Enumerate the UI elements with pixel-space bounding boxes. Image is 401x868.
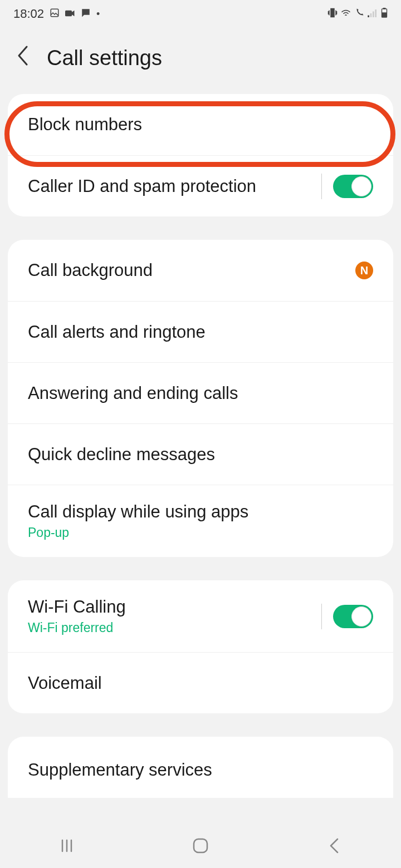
home-button[interactable] xyxy=(189,835,212,857)
row-title: Supplementary services xyxy=(28,760,212,780)
wifi-calling-row[interactable]: Wi-Fi Calling Wi-Fi preferred xyxy=(8,580,393,652)
video-icon xyxy=(65,8,75,20)
status-left: 18:02 • xyxy=(13,7,100,21)
page-title: Call settings xyxy=(47,46,162,70)
row-title: Call alerts and ringtone xyxy=(28,322,206,342)
row-title: Voicemail xyxy=(28,673,102,693)
svg-rect-4 xyxy=(373,11,374,17)
row-title: Answering and ending calls xyxy=(28,383,238,403)
row-title: Call background xyxy=(28,260,153,280)
status-right xyxy=(327,8,388,21)
svg-rect-1 xyxy=(65,10,72,16)
status-time: 18:02 xyxy=(13,7,44,21)
call-background-row[interactable]: Call background N xyxy=(8,240,393,301)
supplementary-services-row[interactable]: Supplementary services xyxy=(8,737,393,798)
settings-section: Supplementary services xyxy=(8,737,393,798)
row-title: Caller ID and spam protection xyxy=(28,176,256,196)
svg-rect-9 xyxy=(194,839,207,852)
quick-decline-row[interactable]: Quick decline messages xyxy=(8,423,393,485)
signal-icon xyxy=(368,8,378,20)
svg-rect-0 xyxy=(51,9,58,17)
divider xyxy=(321,604,322,629)
caller-id-spam-row[interactable]: Caller ID and spam protection xyxy=(8,155,393,216)
new-badge: N xyxy=(355,262,373,279)
recents-button[interactable] xyxy=(56,835,78,857)
caller-id-toggle[interactable] xyxy=(333,175,373,198)
row-title: Wi-Fi Calling xyxy=(28,597,126,617)
dot-icon: • xyxy=(96,8,100,20)
answering-ending-row[interactable]: Answering and ending calls xyxy=(8,362,393,423)
row-title: Quick decline messages xyxy=(28,445,215,465)
row-title: Call display while using apps xyxy=(28,502,248,522)
vibrate-icon xyxy=(327,8,338,21)
back-icon[interactable] xyxy=(17,45,30,72)
message-icon xyxy=(81,8,91,21)
svg-rect-5 xyxy=(375,9,376,17)
row-subtitle: Pop-up xyxy=(28,525,248,540)
row-title: Block numbers xyxy=(28,115,142,135)
svg-rect-8 xyxy=(382,13,386,17)
toggle-knob xyxy=(351,176,371,196)
call-display-apps-row[interactable]: Call display while using apps Pop-up xyxy=(8,485,393,557)
wifi-calling-toggle[interactable] xyxy=(333,605,373,628)
toggle-knob xyxy=(351,606,371,627)
image-icon xyxy=(50,8,60,21)
row-subtitle: Wi-Fi preferred xyxy=(28,620,126,635)
svg-rect-3 xyxy=(370,13,372,17)
status-bar: 18:02 • xyxy=(0,0,401,28)
divider xyxy=(321,174,322,199)
svg-rect-2 xyxy=(368,15,369,17)
settings-section: Wi-Fi Calling Wi-Fi preferred Voicemail xyxy=(8,580,393,713)
block-numbers-row[interactable]: Block numbers xyxy=(8,94,393,155)
header: Call settings xyxy=(0,28,401,94)
wifi-calling-icon xyxy=(354,8,364,21)
back-button[interactable] xyxy=(323,835,345,857)
battery-icon xyxy=(381,8,388,21)
nav-bar xyxy=(0,823,401,868)
settings-section: Block numbers Caller ID and spam protect… xyxy=(8,94,393,216)
svg-rect-7 xyxy=(383,8,385,9)
wifi-icon xyxy=(341,8,351,20)
call-alerts-row[interactable]: Call alerts and ringtone xyxy=(8,301,393,362)
voicemail-row[interactable]: Voicemail xyxy=(8,652,393,713)
settings-section: Call background N Call alerts and ringto… xyxy=(8,240,393,557)
